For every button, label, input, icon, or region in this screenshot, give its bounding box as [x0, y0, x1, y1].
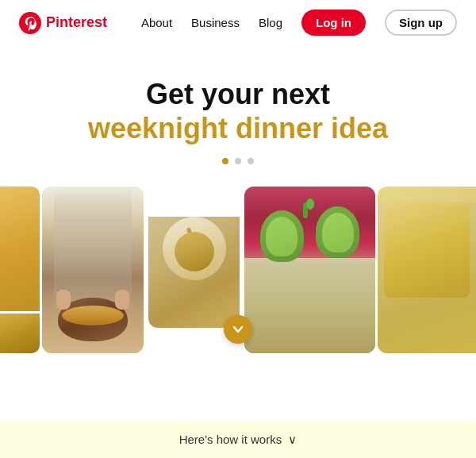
- footer-chevron: ∨: [285, 433, 297, 446]
- login-button[interactable]: Log in: [301, 10, 366, 36]
- header: Pinterest About Business Blog Log in Sig…: [0, 0, 476, 45]
- logo-text: Pinterest: [46, 14, 107, 31]
- hero-title-line1: Get your next: [16, 77, 460, 111]
- dot-1[interactable]: [222, 158, 228, 164]
- navigation: About Business Blog Log in Sign up: [141, 10, 457, 36]
- hero-title-line2: weeknight dinner idea: [16, 111, 460, 145]
- food-images-row: [0, 187, 476, 353]
- scroll-down-button[interactable]: [224, 315, 252, 344]
- logo[interactable]: Pinterest: [19, 12, 107, 34]
- image-card-bowl: [148, 201, 240, 328]
- chevron-down-icon: [232, 323, 244, 336]
- food-image-partial-top: [0, 187, 40, 311]
- dot-2[interactable]: [235, 158, 241, 164]
- image-card-left-partial: [0, 187, 40, 353]
- how-it-works-label: Here's how it works: [179, 433, 282, 446]
- nav-business[interactable]: Business: [191, 16, 240, 29]
- dot-3[interactable]: [248, 158, 254, 164]
- food-image-partial-bottom: [0, 314, 40, 353]
- how-it-works-bar[interactable]: Here's how it works ∨: [0, 421, 476, 458]
- nav-blog[interactable]: Blog: [259, 16, 282, 29]
- image-card-bread: [244, 187, 375, 353]
- signup-button[interactable]: Sign up: [385, 10, 457, 36]
- carousel-dots: [16, 158, 460, 164]
- nav-about[interactable]: About: [141, 16, 172, 29]
- image-card-right-partial: [378, 187, 476, 353]
- pinterest-logo-icon: [19, 12, 41, 34]
- image-card-person: [42, 187, 144, 353]
- hero-section: Get your next weeknight dinner idea: [0, 45, 476, 177]
